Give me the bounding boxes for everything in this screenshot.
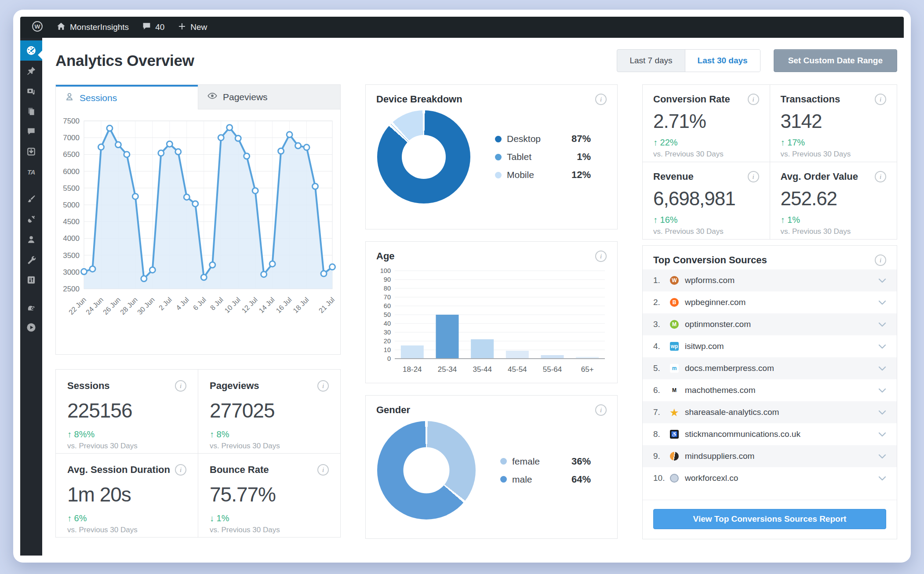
chevron-down-icon[interactable] — [878, 322, 886, 327]
stat-card: Conversion Rate i 2.71% ↑ 22% vs. Previo… — [643, 85, 770, 162]
source-rank: 10. — [653, 473, 670, 483]
source-rank: 8. — [653, 429, 670, 439]
info-icon[interactable]: i — [595, 404, 607, 416]
wordpress-logo-icon: W — [32, 21, 43, 34]
sidebar-item-tools[interactable] — [20, 250, 42, 270]
source-row[interactable]: 9. mindsuppliers.com — [643, 445, 897, 467]
svg-text:4500: 4500 — [63, 218, 80, 226]
svg-text:100: 100 — [380, 267, 391, 274]
stat-note: vs. Previous 30 Days — [781, 227, 887, 236]
tab-pageviews-label: Pageviews — [223, 92, 268, 102]
stat-title: Revenue — [653, 171, 694, 182]
chevron-down-icon[interactable] — [878, 388, 886, 393]
dashboard-gauge-icon — [25, 45, 37, 56]
svg-text:6500: 6500 — [63, 150, 80, 159]
chevron-down-icon[interactable] — [878, 278, 886, 283]
info-icon[interactable]: i — [748, 94, 759, 105]
sidebar-item-appearance[interactable] — [20, 189, 42, 209]
set-custom-date-range-button[interactable]: Set Custom Date Range — [774, 49, 897, 72]
sidebar-item-comments[interactable] — [20, 121, 42, 142]
legend-value: 36% — [571, 456, 591, 467]
sidebar-item-monsterinsights[interactable] — [20, 297, 42, 317]
info-icon[interactable]: i — [595, 94, 607, 105]
legend-value: 1% — [577, 151, 591, 163]
comments-bubble-icon — [26, 127, 36, 136]
sidebar-item-pages[interactable] — [20, 101, 42, 121]
wp-logo-menu[interactable]: W — [27, 17, 47, 38]
source-domain: optinmonster.com — [685, 320, 751, 329]
source-row[interactable]: 1. W wpforms.com — [643, 269, 897, 291]
svg-text:4 Jul: 4 Jul — [175, 296, 190, 312]
chevron-down-icon[interactable] — [878, 344, 886, 349]
eye-icon — [207, 91, 218, 103]
age-bar-chart: 010203040506070809010018-2425-3435-4445-… — [366, 265, 617, 380]
gender-panel: Gender i female 36% male 64% — [365, 395, 618, 539]
source-domain: workforcexl.co — [685, 473, 738, 483]
source-row[interactable]: 5. m docs.memberpress.com — [643, 357, 897, 379]
chevron-down-icon[interactable] — [878, 366, 886, 371]
source-row[interactable]: 10. workforcexl.co — [643, 467, 897, 489]
svg-text:W: W — [35, 23, 40, 30]
sidebar-item-media[interactable] — [20, 81, 42, 101]
last-30-days-button[interactable]: Last 30 days — [685, 50, 760, 72]
svg-text:45-54: 45-54 — [508, 365, 527, 374]
svg-text:5500: 5500 — [63, 184, 80, 193]
info-icon[interactable]: i — [748, 171, 759, 182]
source-row[interactable]: 6. M machothemes.com — [643, 379, 897, 401]
source-domain: stickmancommunications.co.uk — [685, 429, 800, 439]
info-icon[interactable]: i — [175, 380, 186, 392]
svg-text:25-34: 25-34 — [438, 365, 457, 374]
sidebar-item-users[interactable] — [20, 229, 42, 250]
source-row[interactable]: 7. ★ shareasale-analytics.com — [643, 401, 897, 423]
info-icon[interactable]: i — [875, 171, 886, 182]
chevron-down-icon[interactable] — [878, 454, 886, 459]
stat-note: vs. Previous 30 Days — [653, 227, 759, 236]
svg-text:12 Jul: 12 Jul — [240, 296, 259, 314]
chevron-down-icon[interactable] — [878, 476, 886, 481]
sidebar-item-dashboard[interactable] — [20, 40, 42, 61]
sidebar-item-downloads[interactable] — [20, 142, 42, 162]
comments-menu[interactable]: 40 — [138, 17, 169, 38]
view-top-conversions-report-button[interactable]: View Top Conversions Sources Report — [653, 509, 886, 529]
info-icon[interactable]: i — [317, 464, 329, 476]
new-content-menu[interactable]: New — [173, 17, 211, 38]
sidebar-item-posts[interactable] — [20, 61, 42, 81]
svg-text:50: 50 — [384, 311, 391, 318]
legend-label: Mobile — [507, 170, 534, 180]
sidebar-item-video[interactable] — [20, 317, 42, 338]
tab-pageviews[interactable]: Pageviews — [198, 85, 340, 109]
source-row[interactable]: 8. ♿ stickmancommunications.co.uk — [643, 423, 897, 445]
sidebar-item-plugins[interactable] — [20, 209, 42, 229]
sliders-icon — [26, 275, 36, 285]
stat-card: Avg. Session Duration i 1m 20s ↑ 6% vs. … — [56, 454, 198, 537]
chevron-down-icon[interactable] — [878, 300, 886, 305]
source-row[interactable]: 2. B wpbeginner.com — [643, 291, 897, 313]
source-favicon-icon: B — [670, 298, 679, 307]
info-icon[interactable]: i — [175, 464, 186, 476]
chevron-down-icon[interactable] — [878, 432, 886, 437]
chevron-down-icon[interactable] — [878, 410, 886, 415]
tab-sessions[interactable]: Sessions — [56, 85, 198, 109]
source-row[interactable]: 3. M optinmonster.com — [643, 313, 897, 335]
legend-value: 12% — [571, 169, 591, 181]
source-favicon-icon: M — [670, 386, 679, 395]
site-menu[interactable]: MonsterInsights — [52, 17, 133, 38]
source-favicon-icon: ♿ — [670, 430, 679, 439]
info-icon[interactable]: i — [875, 254, 886, 266]
svg-text:35-44: 35-44 — [473, 365, 491, 374]
legend-dot — [495, 136, 502, 142]
legend-item: female 36% — [500, 456, 591, 467]
info-icon[interactable]: i — [595, 251, 607, 262]
svg-text:24 Jun: 24 Jun — [84, 296, 105, 316]
gender-title: Gender — [376, 404, 410, 416]
sidebar-item-thirstyaffiliates[interactable]: TA — [20, 162, 42, 182]
last-7-days-button[interactable]: Last 7 days — [617, 50, 684, 72]
sidebar-item-settings[interactable] — [20, 270, 42, 290]
svg-text:65+: 65+ — [581, 365, 594, 374]
info-icon[interactable]: i — [875, 94, 886, 105]
source-row[interactable]: 4. wp isitwp.com — [643, 335, 897, 357]
new-label: New — [190, 22, 207, 32]
svg-text:30 Jun: 30 Jun — [136, 296, 156, 316]
info-icon[interactable]: i — [317, 380, 329, 392]
source-favicon-icon — [670, 474, 679, 483]
